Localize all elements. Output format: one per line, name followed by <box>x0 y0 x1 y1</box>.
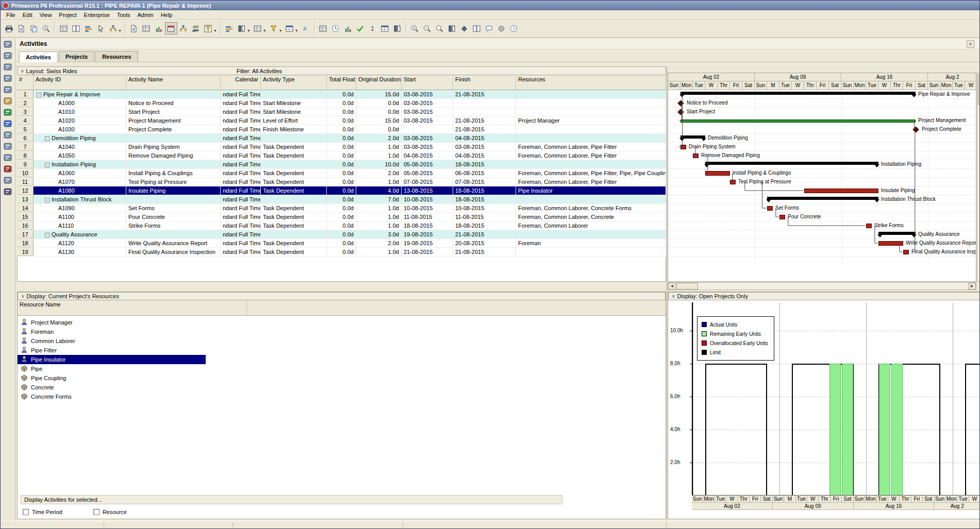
table-row[interactable]: 8A1050Remove Damaged Pipingndard Full Ti… <box>17 151 666 160</box>
options-icon[interactable] <box>495 22 508 35</box>
column-header-start[interactable]: Start <box>402 75 453 90</box>
table-font-icon[interactable] <box>252 22 264 35</box>
nav-wbs-icon[interactable] <box>2 84 13 95</box>
menu-item-project[interactable]: Project <box>55 11 80 19</box>
column-header-calendar[interactable]: Calendar <box>221 75 261 90</box>
table-row[interactable]: 9−Installation Pipingndard Full Time0.0d… <box>17 160 666 169</box>
column-header--[interactable]: # <box>17 75 34 90</box>
bars-icon[interactable] <box>223 22 236 35</box>
table-row[interactable]: 12A1080Insulate Pipingndard Full TimeTas… <box>17 186 666 195</box>
remaining-units-bar[interactable] <box>879 364 890 496</box>
resource-row[interactable]: Concrete <box>18 383 666 392</box>
remaining-units-bar[interactable] <box>891 364 903 496</box>
column-header-finish[interactable]: Finish <box>453 75 516 90</box>
table-row[interactable]: 16A1110Strike Formsndard Full TimeTask D… <box>17 221 666 230</box>
publish-icon[interactable] <box>27 22 40 35</box>
attachments-icon[interactable] <box>458 22 471 35</box>
nav-wps-docs-icon[interactable] <box>2 118 13 129</box>
layout-view-icon[interactable] <box>70 22 82 35</box>
resource-name-header[interactable]: Resource Name <box>18 300 666 316</box>
resources-display-bar[interactable]: ∨ Display: Current Project's Resources <box>18 292 666 300</box>
table-row[interactable]: 19A1130Final Quality Assurance Inspectio… <box>17 248 666 257</box>
store-period-icon[interactable] <box>391 22 404 35</box>
zoom-fit-icon[interactable] <box>434 22 446 35</box>
column-header-original-duration[interactable]: Original Duration <box>356 75 402 90</box>
nav-risks-icon[interactable] <box>2 164 13 174</box>
nav-assignments-icon[interactable] <box>2 107 13 117</box>
remaining-units-bar[interactable] <box>842 364 853 496</box>
timescale-icon[interactable] <box>446 22 458 35</box>
table-row[interactable]: 10A1060Install Piping & Couplingsndard F… <box>17 169 666 178</box>
schedule-icon[interactable] <box>329 22 342 35</box>
group-sort-icon[interactable] <box>284 22 296 35</box>
collapse-icon[interactable]: − <box>37 93 41 97</box>
pointer-icon[interactable] <box>94 22 107 35</box>
table-row[interactable]: 18A1120Write Quality Assurance Reportnda… <box>17 239 666 248</box>
resource-row[interactable]: Concrete Forms <box>18 392 666 401</box>
column-header-total-float[interactable]: Total Float <box>327 75 356 90</box>
table-row[interactable]: 14A1090Set Formsndard Full TimeTask Depe… <box>17 204 666 213</box>
print-preview-icon[interactable] <box>15 22 27 35</box>
activity-table-header[interactable]: #Activity IDActivity NameCalendarActivit… <box>17 75 666 90</box>
close-icon[interactable]: × <box>967 40 974 48</box>
spreadsheet-icon[interactable] <box>317 22 329 35</box>
table-row[interactable]: 1−Pipe Repair & Improvendard Full Time0.… <box>17 90 666 99</box>
remaining-units-bar[interactable] <box>829 364 841 496</box>
title-bar[interactable]: Primavera P6 Professional R15.1 : PIPE R… <box>1 1 979 10</box>
update-progress-icon[interactable] <box>367 22 379 35</box>
collapse-icon[interactable]: − <box>45 198 49 202</box>
summarize-icon[interactable] <box>379 22 391 35</box>
collapse-icon[interactable]: − <box>45 136 49 141</box>
tab-activities[interactable]: Activities <box>19 52 58 62</box>
table-row[interactable]: 4A1020Project Managementndard Full TimeL… <box>17 116 666 125</box>
table-row[interactable]: 17−Quality Assurancendard Full Time0.0d3… <box>17 230 666 239</box>
nav-admin-icon[interactable] <box>2 186 13 197</box>
resource-row[interactable]: Pipe Insulator <box>18 355 206 364</box>
menu-item-view[interactable]: View <box>36 11 56 19</box>
nav-activities-icon[interactable] <box>2 96 13 106</box>
assignments-icon[interactable] <box>190 22 202 35</box>
menu-item-edit[interactable]: Edit <box>19 11 36 19</box>
apply-actuals-icon[interactable] <box>354 22 367 35</box>
scroll-right-icon[interactable]: ► <box>968 283 976 289</box>
resource-row[interactable]: Project Manager <box>18 318 666 327</box>
dropdown-arrow-icon[interactable]: ▼ <box>279 29 283 32</box>
nav-roles-icon[interactable] <box>2 175 13 185</box>
dropdown-arrow-icon[interactable]: ▼ <box>213 29 217 32</box>
trace-logic-icon[interactable] <box>107 22 119 35</box>
wbs-icon[interactable] <box>177 22 190 35</box>
tracking-icon[interactable] <box>202 22 214 35</box>
notebook-icon[interactable] <box>483 22 495 35</box>
gantt-vertical-scrollbar[interactable] <box>977 73 980 282</box>
dropdown-arrow-icon[interactable]: ▼ <box>118 29 122 32</box>
resource-row[interactable]: Foreman <box>18 327 666 336</box>
search-icon[interactable] <box>40 22 52 35</box>
menu-item-help[interactable]: Help <box>157 11 176 19</box>
nav-reports-icon[interactable] <box>2 62 13 72</box>
collapse-icon[interactable]: − <box>45 233 49 237</box>
table-row[interactable]: 13−Installation Thrust Blockndard Full T… <box>17 195 666 204</box>
line-numbers-icon[interactable]: # <box>300 22 312 35</box>
table-row[interactable]: 7A1040Drain Piping Systemndard Full Time… <box>17 143 666 151</box>
nav-issues-icon[interactable] <box>2 152 13 163</box>
nav-projects-icon[interactable] <box>2 39 13 49</box>
resource-usage-icon[interactable] <box>153 22 165 35</box>
tab-projects[interactable]: Projects <box>59 51 94 62</box>
columns-icon[interactable] <box>236 22 248 35</box>
menu-item-admin[interactable]: Admin <box>134 11 157 19</box>
dropdown-arrow-icon[interactable]: ▼ <box>295 29 298 32</box>
table-row[interactable]: 6−Demolition Pipingndard Full Time0.0d2.… <box>17 134 666 143</box>
dropdown-arrow-icon[interactable]: ▼ <box>263 29 267 32</box>
resource-row[interactable]: Common Laborer <box>18 336 666 346</box>
activities-window-icon[interactable] <box>140 22 153 35</box>
gantt-chart[interactable]: Aug 02Aug 09Aug 16Aug 2SunMonTueWThrFriS… <box>668 73 976 282</box>
checkbox-time-period[interactable] <box>23 509 29 515</box>
filter-icon[interactable] <box>268 22 280 35</box>
table-row[interactable]: 11A1070Test Piping at Pressurendard Full… <box>17 178 666 186</box>
column-header-resources[interactable]: Resources <box>516 75 666 90</box>
table-row[interactable]: 5A1030Project Completendard Full TimeFin… <box>17 125 666 134</box>
zoom-in-icon[interactable] <box>409 22 421 35</box>
layout-options-bar[interactable]: ∨ Layout: Swiss Rides Filter: All Activi… <box>17 66 666 75</box>
nav-tracking-icon[interactable] <box>2 73 13 83</box>
resource-row[interactable]: Pipe Fitter <box>18 346 666 355</box>
